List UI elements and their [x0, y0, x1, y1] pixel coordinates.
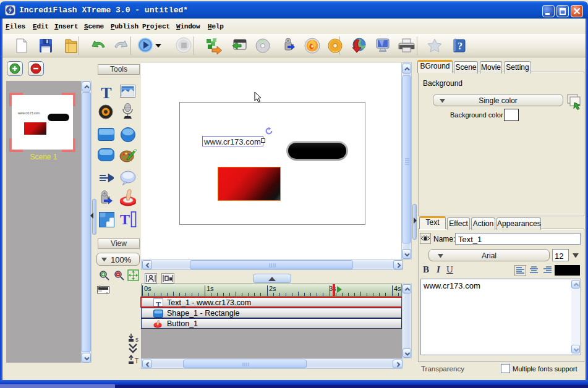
svg-text:s: s [135, 336, 138, 343]
svg-text:?: ? [458, 41, 462, 51]
svg-text:1s: 1s [207, 285, 214, 292]
svg-text:T: T [120, 211, 130, 227]
svg-text:2s: 2s [269, 285, 276, 292]
svg-text:0s: 0s [144, 285, 151, 292]
svg-text:4s: 4s [394, 285, 401, 292]
svg-text:T: T [156, 301, 161, 308]
svg-text:T: T [135, 358, 138, 365]
svg-text:T: T [101, 85, 111, 100]
